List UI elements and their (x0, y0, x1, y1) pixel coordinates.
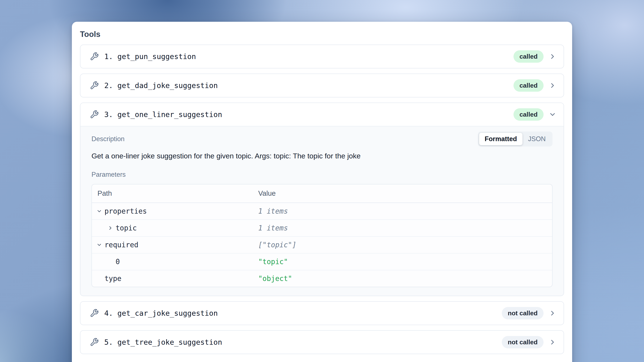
tool-item-get_tree_joke_suggestion[interactable]: 5. get_tree_joke_suggestion not called (80, 330, 564, 354)
format-toggle: Formatted JSON (478, 132, 552, 146)
parameters-table: Path Value properties 1 items (92, 184, 552, 287)
row-value: 1 items (258, 224, 552, 232)
no-chevron (96, 276, 104, 282)
tool-label: 5. get_tree_joke_suggestion (104, 338, 222, 346)
column-header-path: Path (92, 189, 258, 198)
tool-description: Get a one-liner joke suggestion for the … (92, 151, 552, 161)
tools-panel: Tools 1. get_pun_suggestion called 2. ge… (72, 22, 572, 362)
row-value: "topic" (258, 258, 552, 266)
table-row[interactable]: topic 1 items (92, 220, 552, 237)
chevron-right-icon (549, 53, 556, 60)
chevron-right-icon[interactable] (108, 225, 116, 231)
status-badge: not called (502, 336, 544, 348)
tool-item-get_one_liner_suggestion[interactable]: 3. get_one_liner_suggestion called (80, 103, 564, 126)
table-row[interactable]: properties 1 items (92, 203, 552, 220)
status-badge: called (514, 108, 544, 121)
status-badge: called (514, 50, 544, 63)
tool-details: Description Formatted JSON Get a one-lin… (80, 126, 564, 296)
tool-item-get_car_joke_suggestion[interactable]: 4. get_car_joke_suggestion not called (80, 301, 564, 325)
tool-item-get_dad_joke_suggestion[interactable]: 2. get_dad_joke_suggestion called (80, 74, 564, 98)
row-value: 1 items (258, 207, 552, 215)
wrench-icon (90, 338, 99, 347)
status-badge: not called (502, 307, 544, 319)
tool-label: 4. get_car_joke_suggestion (104, 309, 218, 318)
column-header-value: Value (258, 189, 552, 198)
chevron-down-icon (549, 111, 556, 118)
no-chevron (108, 259, 116, 264)
tool-label: 1. get_pun_suggestion (104, 52, 196, 61)
tab-formatted[interactable]: Formatted (479, 133, 523, 145)
row-value: "object" (258, 274, 552, 283)
tools-list: 1. get_pun_suggestion called 2. get_dad_… (80, 44, 564, 354)
chevron-right-icon (549, 82, 556, 89)
parameters-label: Parameters (92, 171, 552, 178)
chevron-right-icon (549, 338, 556, 346)
table-row[interactable]: required ["topic"] (92, 237, 552, 254)
row-key: type (104, 274, 121, 283)
wrench-icon (90, 52, 99, 61)
row-key: required (104, 241, 138, 249)
chevron-down-icon[interactable] (96, 208, 104, 214)
row-value: ["topic"] (258, 241, 552, 249)
chevron-down-icon[interactable] (96, 242, 104, 248)
tool-label: 3. get_one_liner_suggestion (104, 110, 222, 119)
chevron-right-icon (549, 309, 556, 317)
tool-label: 2. get_dad_joke_suggestion (104, 81, 218, 90)
page-title: Tools (80, 30, 564, 39)
tool-item-get_pun_suggestion[interactable]: 1. get_pun_suggestion called (80, 44, 564, 68)
table-row: 0 "topic" (92, 254, 552, 270)
wrench-icon (90, 81, 99, 90)
wrench-icon (90, 309, 99, 318)
status-badge: called (514, 79, 544, 92)
tool-item-get_one_liner_suggestion-expanded: 3. get_one_liner_suggestion called Descr… (80, 102, 564, 296)
table-header: Path Value (92, 184, 552, 203)
row-key: properties (104, 207, 147, 215)
row-key: 0 (116, 258, 120, 266)
description-label: Description (92, 135, 124, 143)
row-key: topic (116, 224, 137, 232)
tab-json[interactable]: JSON (522, 133, 551, 145)
wrench-icon (90, 110, 99, 119)
table-row: type "object" (92, 270, 552, 287)
